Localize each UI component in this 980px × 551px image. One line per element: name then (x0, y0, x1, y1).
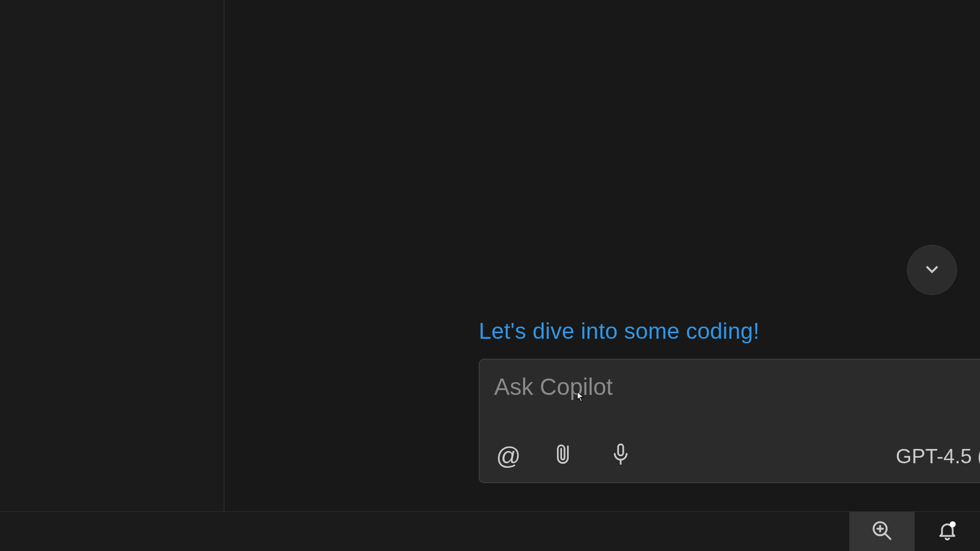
chat-input[interactable] (494, 373, 980, 400)
status-right-group (849, 512, 980, 551)
greeting-text: Let's dive into some coding! (479, 318, 760, 344)
notifications-button[interactable] (915, 512, 980, 551)
voice-button[interactable] (605, 440, 636, 471)
model-selector[interactable]: GPT-4.5 (Preview) (896, 445, 980, 468)
sidebar-panel (0, 0, 224, 511)
svg-point-6 (950, 521, 956, 528)
mention-button[interactable]: @ (493, 440, 524, 471)
status-bar (0, 511, 980, 551)
bell-icon (937, 520, 958, 543)
zoom-in-icon (871, 519, 893, 544)
chat-input-panel: @ (479, 359, 980, 483)
attach-button[interactable] (549, 440, 580, 471)
microphone-icon (610, 442, 631, 469)
model-selector-label: GPT-4.5 (Preview) (896, 445, 980, 468)
svg-rect-0 (618, 444, 623, 456)
zoom-button[interactable] (849, 512, 915, 551)
chevron-down-icon (923, 260, 941, 280)
chat-main-area: Let's dive into some coding! @ (225, 0, 980, 511)
at-icon: @ (496, 442, 521, 470)
input-left-icons: @ (493, 440, 636, 471)
svg-line-3 (885, 534, 891, 539)
paperclip-icon (554, 443, 575, 468)
scroll-to-bottom-button[interactable] (907, 245, 957, 295)
